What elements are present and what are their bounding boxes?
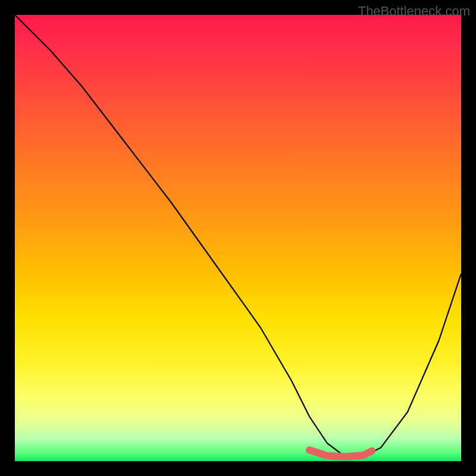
optimal-range-highlight	[309, 450, 372, 456]
plot-area	[15, 15, 461, 461]
watermark-text: TheBottleneck.com	[358, 4, 470, 19]
chart-svg	[15, 15, 461, 461]
bottleneck-curve	[15, 15, 461, 457]
